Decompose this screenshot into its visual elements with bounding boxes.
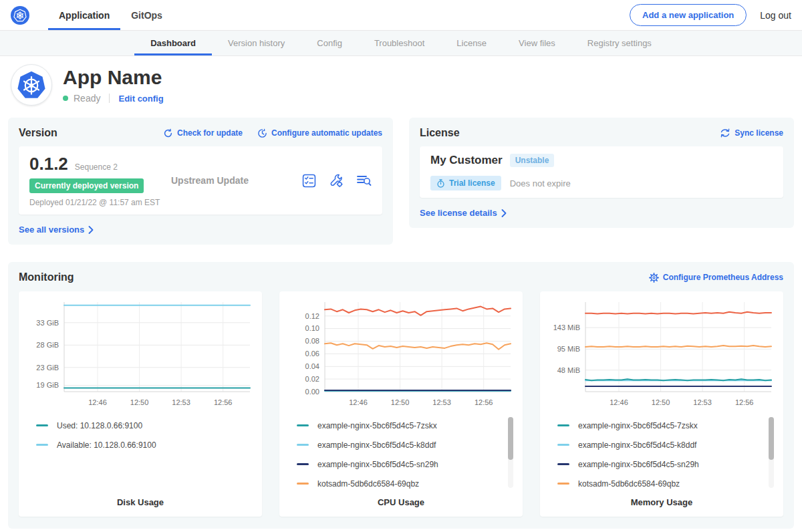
logout-button[interactable]: Log out bbox=[760, 10, 791, 21]
tab-config[interactable]: Config bbox=[301, 31, 358, 55]
license-card-title: License bbox=[420, 127, 460, 139]
configure-prometheus-label: Configure Prometheus Address bbox=[663, 273, 783, 282]
disk-usage-legend: Used: 10.128.0.66:9100Available: 10.128.… bbox=[27, 416, 254, 493]
legend-label: kotsadm-5db6dc6584-69qbz bbox=[317, 479, 419, 489]
top-bar: Application GitOps Add a new application… bbox=[0, 0, 802, 31]
tab-license[interactable]: License bbox=[440, 31, 503, 55]
svg-text:12:53: 12:53 bbox=[172, 398, 190, 406]
legend-item: kotsadm-5db6dc6584-69qbz bbox=[557, 474, 763, 493]
legend-item: Available: 10.128.0.66:9100 bbox=[36, 435, 242, 454]
current-version-panel: 0.1.2 Sequence 2 Currently deployed vers… bbox=[19, 146, 382, 215]
kubernetes-app-icon bbox=[17, 70, 46, 100]
app-avatar bbox=[11, 64, 52, 106]
disk-usage-chart-card: 19 GiB23 GiB28 GiB33 GiB12:4612:5012:531… bbox=[19, 291, 262, 517]
legend-item: example-nginx-5bc6f5d4c5-7zskx bbox=[297, 416, 503, 435]
tab-dashboard-label: Dashboard bbox=[150, 38, 196, 48]
legend-swatch bbox=[297, 463, 309, 465]
chevron-right-icon bbox=[88, 226, 94, 234]
summary-cards-row: Version Check for update Configure au bbox=[0, 112, 802, 245]
configure-prometheus-link[interactable]: Configure Prometheus Address bbox=[649, 273, 783, 283]
tab-registry-settings-label: Registry settings bbox=[587, 38, 652, 48]
app-logo[interactable] bbox=[11, 0, 29, 30]
svg-text:12:56: 12:56 bbox=[475, 398, 493, 406]
memory-usage-chart-canvas: 48 MiB95 MiB143 MiB12:4612:5012:5312:56 bbox=[548, 297, 775, 409]
tab-view-files[interactable]: View files bbox=[503, 31, 571, 55]
legend-scrollbar[interactable] bbox=[508, 417, 513, 488]
svg-text:0.06: 0.06 bbox=[305, 350, 319, 358]
svg-text:143 MiB: 143 MiB bbox=[553, 323, 580, 331]
tab-registry-settings[interactable]: Registry settings bbox=[571, 31, 668, 55]
add-application-button[interactable]: Add a new application bbox=[630, 4, 747, 26]
nav-application[interactable]: Application bbox=[48, 0, 120, 30]
see-license-details-link[interactable]: See license details bbox=[420, 208, 507, 218]
legend-swatch bbox=[557, 444, 569, 446]
charts-row: 19 GiB23 GiB28 GiB33 GiB12:4612:5012:531… bbox=[19, 291, 783, 517]
svg-text:23 GiB: 23 GiB bbox=[36, 364, 59, 372]
view-deploy-logs-button[interactable] bbox=[356, 174, 372, 187]
legend-scrollbar-thumb[interactable] bbox=[769, 417, 774, 460]
cpu-usage-legend: example-nginx-5bc6f5d4c5-7zskxexample-ng… bbox=[287, 416, 515, 493]
svg-text:12:50: 12:50 bbox=[391, 398, 410, 406]
legend-item: example-nginx-5bc6f5d4c5-sn29h bbox=[557, 454, 763, 474]
svg-text:12:46: 12:46 bbox=[610, 398, 628, 406]
app-sub-nav: Dashboard Version history Config Trouble… bbox=[0, 31, 802, 56]
edit-config-version-button[interactable] bbox=[329, 173, 344, 188]
legend-scrollbar[interactable] bbox=[769, 417, 774, 488]
tab-view-files-label: View files bbox=[519, 38, 555, 48]
legend-item: kotsadm-5db6dc6584-69qbz bbox=[297, 474, 503, 493]
legend-swatch bbox=[36, 424, 48, 426]
primary-nav: Application GitOps bbox=[48, 0, 173, 30]
chart-title: CPU Usage bbox=[287, 497, 515, 507]
gear-icon bbox=[649, 273, 659, 283]
monitoring-card: Monitoring Configure Prometheus Address bbox=[8, 262, 794, 529]
preflight-checks-button[interactable] bbox=[302, 174, 316, 188]
svg-text:12:50: 12:50 bbox=[130, 398, 149, 406]
license-panel: My Customer Unstable Trial license Does … bbox=[420, 146, 783, 198]
sync-license-link[interactable]: Sync license bbox=[720, 128, 783, 138]
svg-text:12:56: 12:56 bbox=[735, 398, 754, 406]
divider bbox=[109, 94, 110, 103]
topbar-actions: Add a new application Log out bbox=[630, 0, 791, 30]
page-title: App Name bbox=[63, 66, 164, 88]
legend-swatch bbox=[297, 483, 309, 485]
ready-status-text: Ready bbox=[74, 93, 100, 104]
tab-version-history[interactable]: Version history bbox=[212, 31, 301, 55]
tab-troubleshoot-label: Troubleshoot bbox=[374, 38, 424, 48]
legend-item: Used: 10.128.0.66:9100 bbox=[36, 416, 242, 435]
license-type-label: Trial license bbox=[449, 178, 495, 188]
svg-text:33 GiB: 33 GiB bbox=[36, 319, 59, 327]
nav-gitops[interactable]: GitOps bbox=[120, 0, 173, 30]
version-sequence: Sequence 2 bbox=[75, 162, 118, 172]
legend-swatch bbox=[297, 444, 309, 446]
check-for-update-link[interactable]: Check for update bbox=[163, 128, 243, 138]
license-type-badge: Trial license bbox=[430, 176, 501, 190]
legend-item: example-nginx-5bc6f5d4c5-k8ddf bbox=[297, 435, 503, 454]
legend-label: example-nginx-5bc6f5d4c5-7zskx bbox=[317, 421, 437, 430]
svg-text:12:53: 12:53 bbox=[432, 398, 451, 406]
version-source-label: Upstream Update bbox=[171, 175, 302, 186]
nav-application-label: Application bbox=[59, 10, 110, 21]
legend-swatch bbox=[297, 424, 309, 426]
svg-text:12:50: 12:50 bbox=[652, 398, 670, 406]
svg-text:0.10: 0.10 bbox=[305, 324, 319, 332]
svg-text:19 GiB: 19 GiB bbox=[36, 381, 59, 389]
svg-text:95 MiB: 95 MiB bbox=[557, 345, 580, 353]
edit-config-link[interactable]: Edit config bbox=[118, 94, 163, 104]
monitoring-title: Monitoring bbox=[19, 271, 74, 283]
svg-text:12:56: 12:56 bbox=[214, 398, 233, 406]
legend-scrollbar-thumb[interactable] bbox=[508, 417, 513, 460]
tab-dashboard[interactable]: Dashboard bbox=[134, 31, 212, 55]
configure-automatic-updates-link[interactable]: Configure automatic updates bbox=[257, 128, 382, 138]
tab-troubleshoot[interactable]: Troubleshoot bbox=[358, 31, 440, 55]
svg-text:48 MiB: 48 MiB bbox=[557, 366, 580, 374]
legend-swatch bbox=[36, 444, 48, 446]
wrench-gear-icon bbox=[329, 173, 344, 188]
sync-icon bbox=[720, 128, 730, 138]
see-all-versions-link[interactable]: See all versions bbox=[19, 225, 94, 235]
legend-item: example-nginx-5bc6f5d4c5-7zskx bbox=[557, 416, 763, 435]
svg-text:28 GiB: 28 GiB bbox=[36, 341, 59, 349]
legend-swatch bbox=[557, 483, 569, 485]
clock-update-icon bbox=[257, 128, 267, 138]
stopwatch-icon bbox=[436, 179, 445, 188]
customer-name: My Customer bbox=[430, 154, 503, 167]
